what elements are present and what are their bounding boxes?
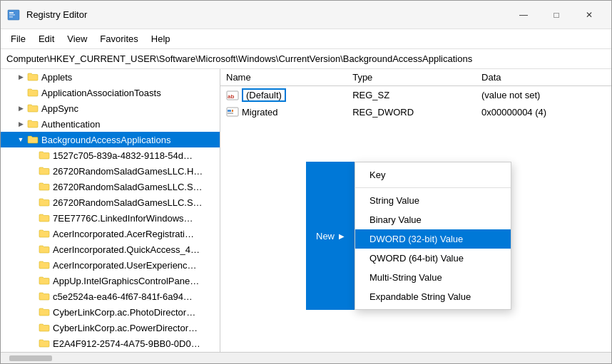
tree-item-appsync[interactable]: AppSync <box>1 100 220 116</box>
folder-icon-applets <box>26 71 39 83</box>
main-content: Applets ApplicationAssociationToasts <box>1 69 611 352</box>
tree-item-child-4[interactable]: 7EE7776C.LinkedInforWindows… <box>1 210 220 226</box>
menu-edit[interactable]: Edit <box>33 31 60 46</box>
tree-label-child-8: AppUp.IntelGraphicsControlPane… <box>53 276 199 286</box>
folder-icon-child-11 <box>38 321 51 334</box>
folder-icon-child-10 <box>38 306 51 318</box>
window-title: Registry Editor <box>26 9 87 20</box>
tree-item-child-7[interactable]: AcerIncorporated.UserExperienc… <box>1 257 220 273</box>
tree-label-apptoasts: ApplicationAssociationToasts <box>41 88 161 98</box>
row-data-default: (value not set) <box>476 86 611 105</box>
table-row[interactable]: Migrated REG_DWORD 0x00000004 (4) <box>220 104 611 120</box>
tree-item-child-12[interactable]: E2A4F912-2574-4A75-9BB0-0D0… <box>1 336 220 351</box>
expand-arrow-bgaccess <box>15 134 26 145</box>
tree-item-child-6[interactable]: AcerIncorporated.QuickAccess_4… <box>1 241 220 257</box>
col-header-data: Data <box>476 69 611 86</box>
folder-icon-child-8 <box>38 274 51 287</box>
folder-icon-child-5 <box>38 227 51 240</box>
folder-icon-bgaccess <box>26 133 39 146</box>
ctx-item-string[interactable]: String Value <box>355 191 511 210</box>
tree-item-child-11[interactable]: CyberLinkCorp.ac.PowerDirector… <box>1 320 220 336</box>
svg-rect-9 <box>228 113 233 114</box>
folder-icon-child-0 <box>38 149 51 162</box>
tree-item-child-2[interactable]: 26720RandomSaladGamesLLC.S… <box>1 179 220 194</box>
tree-item-child-1[interactable]: 26720RandomSaladGamesLLC.H… <box>1 163 220 179</box>
svg-text:ab: ab <box>228 93 234 100</box>
col-header-type: Type <box>347 69 476 86</box>
registry-editor-window: Registry Editor — □ ✕ File Edit View Fav… <box>0 0 612 364</box>
ctx-item-multistring[interactable]: Multi-String Value <box>355 268 511 287</box>
folder-icon-child-12 <box>38 337 51 350</box>
address-path: Computer\HKEY_CURRENT_USER\Software\Micr… <box>6 53 472 64</box>
tree-label-child-5: AcerIncorporated.AcerRegistrati… <box>53 229 194 239</box>
tree-item-child-9[interactable]: c5e2524a-ea46-4f67-841f-6a94… <box>1 288 220 304</box>
ctx-item-expandable[interactable]: Expandable String Value <box>355 287 511 306</box>
menu-favorites[interactable]: Favorites <box>94 31 143 46</box>
folder-icon-apptoasts <box>26 86 39 99</box>
tree-label-child-6: AcerIncorporated.QuickAccess_4… <box>53 244 200 255</box>
registry-table: Name Type Data ab <box>220 69 611 120</box>
scroll-thumb[interactable] <box>9 355 52 361</box>
tree-label-child-1: 26720RandomSaladGamesLLC.H… <box>53 166 203 177</box>
folder-icon-child-1 <box>38 165 51 177</box>
ctx-item-key[interactable]: Key <box>355 165 511 184</box>
address-bar[interactable]: Computer\HKEY_CURRENT_USER\Software\Micr… <box>1 49 611 69</box>
folder-icon-child-6 <box>38 243 51 256</box>
new-button[interactable]: New ▶ <box>306 162 355 310</box>
tree-label-child-12: E2A4F912-2574-4A75-9BB0-0D0… <box>53 338 200 349</box>
tree-item-bgaccess[interactable]: BackgroundAccessApplications <box>1 132 220 147</box>
expand-arrow-auth <box>15 118 26 130</box>
tree-label-child-9: c5e2524a-ea46-4f67-841f-6a94… <box>53 291 193 302</box>
folder-icon-child-2 <box>38 180 51 193</box>
ctx-item-qword[interactable]: QWORD (64-bit) Value <box>355 249 511 268</box>
tree-item-child-0[interactable]: 1527c705-839a-4832-9118-54d… <box>1 147 220 163</box>
menu-view[interactable]: View <box>61 31 93 46</box>
tree-item-child-5[interactable]: AcerIncorporated.AcerRegistrati… <box>1 226 220 241</box>
context-menu-area: New ▶ Key String Value Binary Value DWOR… <box>306 162 511 310</box>
ctx-item-dword[interactable]: DWORD (32-bit) Value <box>355 229 511 249</box>
row-data-migrated: 0x00000004 (4) <box>476 104 611 120</box>
row-type-default: REG_SZ <box>347 86 476 105</box>
right-panel: Name Type Data ab <box>220 69 611 352</box>
horizontal-scrollbar[interactable] <box>1 352 611 363</box>
svg-rect-1 <box>9 12 14 14</box>
tree-label-child-11: CyberLinkCorp.ac.PowerDirector… <box>53 323 198 333</box>
tree-label-child-2: 26720RandomSaladGamesLLC.S… <box>53 182 203 192</box>
menu-file[interactable]: File <box>5 31 31 46</box>
tree-item-applets[interactable]: Applets <box>1 69 220 85</box>
svg-rect-8 <box>232 110 233 112</box>
menu-bar: File Edit View Favorites Help <box>1 29 611 49</box>
folder-icon-auth <box>26 118 39 130</box>
tree-item-child-10[interactable]: CyberLinkCorp.ac.PhotoDirector… <box>1 304 220 320</box>
tree-panel[interactable]: Applets ApplicationAssociationToasts <box>1 69 220 352</box>
tree-label-child-7: AcerIncorporated.UserExperienc… <box>53 260 197 271</box>
tree-label-applets: Applets <box>41 72 72 83</box>
tree-item-child-3[interactable]: 26720RandomSaladGamesLLC.S… <box>1 194 220 210</box>
registry-editor-icon <box>6 8 21 22</box>
row-type-migrated: REG_DWORD <box>347 104 476 120</box>
title-bar-left: Registry Editor <box>6 8 87 22</box>
folder-icon-appsync <box>26 102 39 115</box>
svg-rect-7 <box>228 110 231 112</box>
menu-help[interactable]: Help <box>146 31 176 46</box>
folder-icon-child-4 <box>38 212 51 224</box>
tree-item-child-8[interactable]: AppUp.IntelGraphicsControlPane… <box>1 273 220 288</box>
window-controls: — □ ✕ <box>507 4 606 26</box>
tree-item-authentication[interactable]: Authentication <box>1 116 220 132</box>
ctx-item-binary[interactable]: Binary Value <box>355 210 511 229</box>
table-row[interactable]: ab (Default) REG_SZ (value not set) <box>220 86 611 105</box>
context-menu: Key String Value Binary Value DWORD (32-… <box>355 162 511 310</box>
expand-arrow-apptoasts <box>15 87 26 98</box>
svg-rect-3 <box>9 16 13 18</box>
col-header-name: Name <box>220 69 347 86</box>
title-bar: Registry Editor — □ ✕ <box>1 1 611 29</box>
expand-arrow-applets <box>15 71 26 83</box>
minimize-button[interactable]: — <box>507 4 540 26</box>
maximize-button[interactable]: □ <box>540 4 573 26</box>
close-button[interactable]: ✕ <box>573 4 606 26</box>
ctx-divider <box>355 187 511 188</box>
tree-item-apptoasts[interactable]: ApplicationAssociationToasts <box>1 85 220 100</box>
reg-icon-migrated <box>226 106 239 118</box>
tree-label-child-4: 7EE7776C.LinkedInforWindows… <box>53 213 193 224</box>
folder-icon-child-3 <box>38 196 51 209</box>
